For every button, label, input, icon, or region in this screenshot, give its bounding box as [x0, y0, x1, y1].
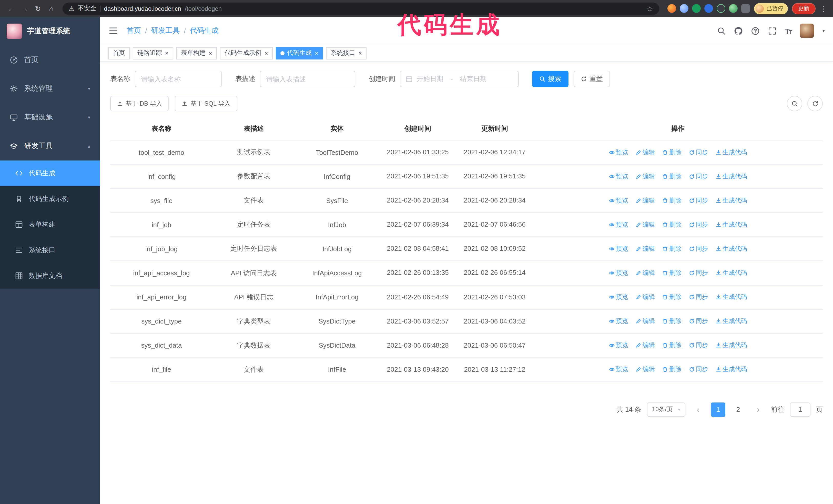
action-edit-link[interactable]: 编辑 [635, 317, 655, 326]
import-sql-button[interactable]: 基于 SQL 导入 [175, 96, 237, 111]
sidebar-item-db-docs[interactable]: 数据库文档 [0, 263, 100, 289]
action-edit-link[interactable]: 编辑 [635, 341, 655, 350]
extension-icon[interactable] [667, 4, 676, 13]
profile-paused-chip[interactable]: 已暂停 [754, 3, 788, 14]
action-generate-link[interactable]: 生成代码 [715, 293, 747, 302]
extension-icon[interactable] [729, 4, 738, 13]
next-page-button[interactable]: › [751, 403, 765, 417]
action-sync-link[interactable]: 同步 [689, 220, 708, 229]
search-button[interactable]: 搜索 [532, 71, 569, 87]
action-delete-link[interactable]: 删除 [662, 293, 682, 302]
breadcrumb-item[interactable]: 研发工具 [151, 26, 180, 35]
page-size-select[interactable]: 10条/页 ▾ [647, 403, 685, 417]
extension-icon[interactable] [704, 4, 713, 13]
sidebar-item-infra[interactable]: 基础设施 ▾ [0, 103, 100, 132]
breadcrumb-item[interactable]: 首页 [127, 26, 141, 35]
prev-page-button[interactable]: ‹ [691, 403, 705, 417]
action-preview-link[interactable]: 预览 [609, 365, 628, 374]
action-preview-link[interactable]: 预览 [609, 341, 628, 350]
user-avatar[interactable] [800, 24, 814, 38]
back-icon[interactable]: ← [5, 2, 18, 15]
action-generate-link[interactable]: 生成代码 [715, 196, 747, 205]
bookmark-star-icon[interactable]: ☆ [647, 4, 653, 13]
sidebar-item-devtools[interactable]: 研发工具 ▴ [0, 132, 100, 161]
reset-button[interactable]: 重置 [574, 71, 610, 87]
action-preview-link[interactable]: 预览 [609, 317, 628, 326]
close-icon[interactable]: × [165, 50, 169, 56]
action-preview-link[interactable]: 预览 [609, 220, 628, 229]
import-db-button[interactable]: 基于 DB 导入 [110, 96, 169, 111]
breadcrumb-item[interactable]: 代码生成 [190, 26, 219, 35]
table-desc-input[interactable] [260, 71, 355, 87]
refresh-button[interactable] [807, 96, 823, 111]
logo-row[interactable]: 芋道管理系统 [0, 17, 100, 46]
action-delete-link[interactable]: 删除 [662, 172, 682, 181]
action-sync-link[interactable]: 同步 [689, 269, 708, 278]
reload-icon[interactable]: ↻ [32, 2, 44, 15]
tab-codegen[interactable]: 代码生成 × [276, 47, 323, 59]
goto-page-input[interactable] [790, 403, 810, 417]
fullscreen-icon[interactable] [768, 26, 777, 35]
action-edit-link[interactable]: 编辑 [635, 172, 655, 181]
tab-tracing[interactable]: 链路追踪 × [133, 47, 173, 59]
close-icon[interactable]: × [264, 50, 268, 56]
sidebar-item-system[interactable]: 系统管理 ▾ [0, 74, 100, 103]
action-edit-link[interactable]: 编辑 [635, 293, 655, 302]
search-icon[interactable] [717, 26, 726, 35]
toggle-search-button[interactable] [787, 96, 802, 111]
address-bar[interactable]: ⚠ 不安全 dashboard.yudao.iocoder.cn /tool/c… [63, 2, 659, 15]
tab-system-api[interactable]: 系统接口 × [326, 47, 366, 59]
action-preview-link[interactable]: 预览 [609, 245, 628, 253]
action-edit-link[interactable]: 编辑 [635, 365, 655, 374]
action-generate-link[interactable]: 生成代码 [715, 148, 747, 157]
avatar-caret-icon[interactable]: ▾ [823, 28, 825, 33]
action-delete-link[interactable]: 删除 [662, 220, 682, 229]
action-preview-link[interactable]: 预览 [609, 196, 628, 205]
action-generate-link[interactable]: 生成代码 [715, 341, 747, 350]
action-edit-link[interactable]: 编辑 [635, 269, 655, 278]
font-size-icon[interactable]: TT [785, 26, 792, 35]
action-generate-link[interactable]: 生成代码 [715, 365, 747, 374]
sidebar-item-system-api[interactable]: 系统接口 [0, 237, 100, 263]
action-generate-link[interactable]: 生成代码 [715, 269, 747, 278]
action-preview-link[interactable]: 预览 [609, 269, 628, 278]
tab-codegen-example[interactable]: 代码生成示例 × [220, 47, 273, 59]
action-sync-link[interactable]: 同步 [689, 245, 708, 253]
sidebar-item-home[interactable]: 首页 [0, 46, 100, 74]
action-preview-link[interactable]: 预览 [609, 148, 628, 157]
action-sync-link[interactable]: 同步 [689, 148, 708, 157]
close-icon[interactable]: × [209, 50, 212, 56]
extension-icon[interactable] [717, 4, 725, 13]
action-edit-link[interactable]: 编辑 [635, 220, 655, 229]
extensions-puzzle-icon[interactable] [741, 4, 750, 13]
tab-form-builder[interactable]: 表单构建 × [176, 47, 217, 59]
action-generate-link[interactable]: 生成代码 [715, 172, 747, 181]
action-generate-link[interactable]: 生成代码 [715, 317, 747, 326]
date-range-picker[interactable]: 开始日期 - 结束日期 [400, 71, 519, 87]
tab-home[interactable]: 首页 [108, 47, 130, 59]
action-edit-link[interactable]: 编辑 [635, 148, 655, 157]
home-icon[interactable]: ⌂ [45, 2, 57, 15]
sidebar-item-form-builder[interactable]: 表单构建 [0, 212, 100, 237]
action-sync-link[interactable]: 同步 [689, 293, 708, 302]
action-delete-link[interactable]: 删除 [662, 341, 682, 350]
action-delete-link[interactable]: 删除 [662, 317, 682, 326]
page-button-1[interactable]: 1 [711, 403, 725, 417]
action-delete-link[interactable]: 删除 [662, 148, 682, 157]
browser-menu-icon[interactable]: ⋮ [820, 4, 828, 13]
page-button-2[interactable]: 2 [731, 403, 745, 417]
help-icon[interactable] [751, 26, 760, 35]
extension-icon[interactable] [680, 4, 688, 13]
close-icon[interactable]: × [358, 50, 362, 56]
close-icon[interactable]: × [315, 50, 318, 56]
chrome-update-button[interactable]: 更新 [792, 3, 815, 14]
action-generate-link[interactable]: 生成代码 [715, 220, 747, 229]
sidebar-item-codegen[interactable]: 代码生成 [0, 161, 100, 186]
action-delete-link[interactable]: 删除 [662, 269, 682, 278]
action-sync-link[interactable]: 同步 [689, 172, 708, 181]
extension-icon[interactable] [692, 4, 701, 13]
forward-icon[interactable]: → [19, 2, 31, 15]
action-delete-link[interactable]: 删除 [662, 245, 682, 253]
action-edit-link[interactable]: 编辑 [635, 196, 655, 205]
action-sync-link[interactable]: 同步 [689, 317, 708, 326]
